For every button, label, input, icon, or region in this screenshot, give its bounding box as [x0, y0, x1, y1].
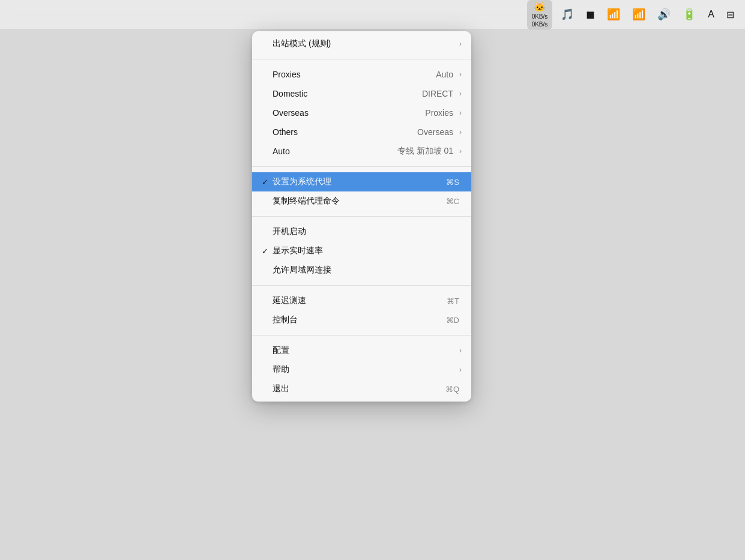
help-label: 帮助 — [273, 364, 457, 375]
quit-item[interactable]: 退出 ⌘Q — [252, 379, 471, 399]
config-item[interactable]: 配置 › — [252, 341, 471, 360]
others-item[interactable]: Others Overseas › — [252, 122, 471, 142]
menubar: 🐱 0KB/s 0KB/s 🎵 ◼ 📶 📶 🔊 🔋 A ⊟ — [0, 0, 745, 29]
domestic-item[interactable]: Domestic DIRECT › — [252, 84, 471, 103]
divider-1 — [252, 59, 471, 59]
app-menubar-item[interactable]: 🐱 0KB/s 0KB/s — [527, 0, 553, 29]
auto-item[interactable]: Auto 专线 新加坡 01 › — [252, 142, 471, 161]
help-item[interactable]: 帮助 › — [252, 360, 471, 379]
console-label: 控制台 — [273, 315, 446, 325]
chevron-icon: › — [459, 366, 462, 374]
divider-3 — [252, 216, 471, 217]
startup-label: 开机启动 — [273, 226, 462, 237]
overseas-value: Proxies — [425, 108, 453, 118]
show-realtime-speed-item[interactable]: ✓ 显示实时速率 — [252, 241, 471, 260]
menu-section-misc: 配置 › 帮助 › 退出 ⌘Q — [252, 338, 471, 402]
speed-down: 0KB/s — [532, 20, 548, 28]
chevron-icon: › — [459, 70, 462, 79]
signal-icon[interactable]: 📶 — [603, 7, 624, 22]
allow-lan-label: 允许局域网连接 — [273, 265, 462, 275]
others-value: Overseas — [417, 127, 453, 137]
check-icon: ✓ — [262, 247, 273, 256]
proxies-label: Proxies — [273, 70, 327, 79]
chevron-icon: › — [459, 147, 462, 155]
chevron-icon: › — [459, 346, 462, 355]
menu-section-proxy-actions: ✓ 设置为系统代理 ⌘S 复制终端代理命令 ⌘C — [252, 169, 471, 214]
wifi-icon[interactable]: 📶 — [629, 7, 649, 22]
latency-test-shortcut: ⌘T — [447, 297, 459, 306]
copy-terminal-proxy-label: 复制终端代理命令 — [273, 196, 446, 206]
quit-label: 退出 — [273, 384, 445, 394]
config-label: 配置 — [273, 345, 457, 356]
others-label: Others — [273, 127, 327, 137]
proxies-item[interactable]: Proxies Auto › — [252, 65, 471, 84]
dropdown-menu: 出站模式 (规则) › Proxies Auto › Domestic DIRE… — [252, 31, 471, 402]
show-realtime-speed-label: 显示实时速率 — [273, 245, 462, 256]
domestic-label: Domestic — [273, 89, 327, 98]
auto-label: Auto — [273, 146, 327, 156]
copy-terminal-proxy-item[interactable]: 复制终端代理命令 ⌘C — [252, 191, 471, 211]
chevron-icon: › — [459, 89, 462, 98]
chevron-icon: › — [459, 128, 462, 136]
menu-section-outbound: 出站模式 (规则) › — [252, 31, 471, 56]
chevron-icon: › — [459, 40, 462, 48]
chevron-icon: › — [459, 109, 462, 117]
check-icon: ✓ — [262, 178, 273, 187]
control-center-icon[interactable]: ⊟ — [723, 8, 738, 22]
shazam-icon[interactable]: 🎵 — [557, 7, 578, 22]
set-system-proxy-label: 设置为系统代理 — [273, 176, 446, 187]
set-system-proxy-shortcut: ⌘S — [446, 178, 459, 187]
console-shortcut: ⌘D — [446, 316, 459, 325]
allow-lan-item[interactable]: 允许局域网连接 — [252, 260, 471, 280]
copy-terminal-proxy-shortcut: ⌘C — [446, 197, 459, 206]
startup-item[interactable]: 开机启动 — [252, 222, 471, 241]
divider-5 — [252, 335, 471, 336]
menu-section-tools: 延迟测速 ⌘T 控制台 ⌘D — [252, 288, 471, 333]
outbound-mode-item[interactable]: 出站模式 (规则) › — [252, 34, 471, 53]
latency-test-item[interactable]: 延迟测速 ⌘T — [252, 291, 471, 310]
battery-icon[interactable]: 🔋 — [679, 7, 699, 22]
input-method-icon[interactable]: A — [704, 8, 718, 21]
screen-record-icon[interactable]: ◼ — [582, 7, 599, 22]
domestic-value: DIRECT — [422, 89, 453, 98]
proxies-value: Auto — [436, 70, 453, 79]
divider-4 — [252, 285, 471, 286]
auto-value: 专线 新加坡 01 — [397, 146, 453, 157]
menu-section-routes: Proxies Auto › Domestic DIRECT › Oversea… — [252, 62, 471, 164]
volume-icon[interactable]: 🔊 — [654, 7, 674, 22]
latency-test-label: 延迟测速 — [273, 295, 447, 306]
outbound-mode-label: 出站模式 (规则) — [273, 38, 457, 49]
overseas-item[interactable]: Overseas Proxies › — [252, 103, 471, 122]
divider-2 — [252, 166, 471, 167]
console-item[interactable]: 控制台 ⌘D — [252, 310, 471, 330]
quit-shortcut: ⌘Q — [445, 385, 459, 394]
speed-up: 0KB/s — [532, 13, 548, 20]
overseas-label: Overseas — [273, 108, 327, 118]
menu-section-settings: 开机启动 ✓ 显示实时速率 允许局域网连接 — [252, 219, 471, 283]
set-system-proxy-item[interactable]: ✓ 设置为系统代理 ⌘S — [252, 172, 471, 191]
